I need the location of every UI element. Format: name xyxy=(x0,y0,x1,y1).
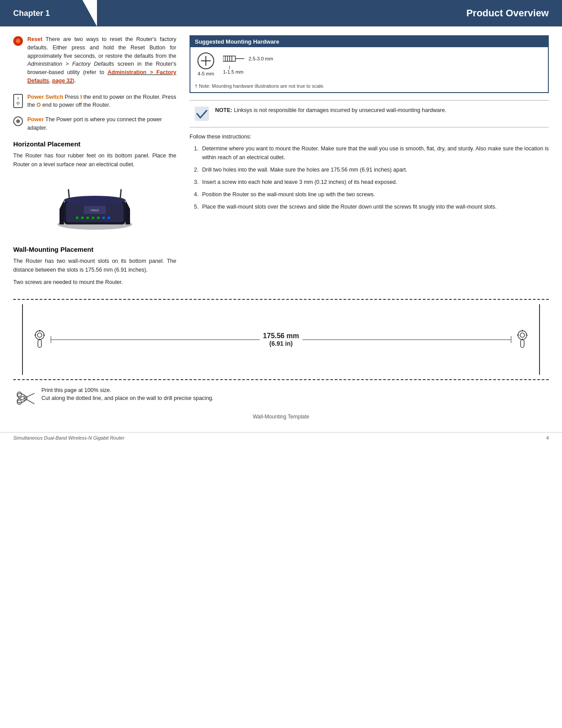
dashed-divider-bottom xyxy=(13,379,549,380)
power-port-icon xyxy=(13,116,23,126)
svg-point-7 xyxy=(86,217,89,219)
reset-body: There are two ways to reset the Router's… xyxy=(27,36,176,84)
svg-point-9 xyxy=(97,217,100,219)
horizontal-placement-heading: Horizontal Placement xyxy=(13,140,176,148)
page-ref-link[interactable]: page 32 xyxy=(52,78,73,84)
note-body: Linksys is not responsible for damages i… xyxy=(234,107,446,113)
dashed-divider-top xyxy=(13,299,549,300)
reset-icon-inner xyxy=(16,39,20,43)
reset-icon xyxy=(13,36,23,46)
svg-line-43 xyxy=(24,398,34,404)
svg-rect-30 xyxy=(38,340,41,347)
power-switch-icon: I O xyxy=(13,94,23,108)
screw-hole-right xyxy=(511,330,533,349)
anchor-size-label: 2.5-3.0 mm xyxy=(249,56,273,61)
right-column: Suggested Mounting Hardware 4-5 mm xyxy=(190,35,549,290)
svg-point-32 xyxy=(520,333,525,337)
footer-device-name: Simultaneous Dual-Band Wireless-N Gigabi… xyxy=(13,435,124,441)
horizontal-placement-text: The Router has four rubber feet on its b… xyxy=(13,151,176,169)
instruction-step-1: 1. Determine where you want to mount the… xyxy=(194,144,549,162)
instruction-step-2: 2. Drill two holes into the wall. Make s… xyxy=(194,165,549,174)
power-switch-section: I O Power Switch Press I the end to powe… xyxy=(13,93,176,110)
print-section: Print this page at 100% size. Cut along … xyxy=(13,387,549,409)
svg-point-5 xyxy=(76,217,78,219)
note-checkmark-icon xyxy=(194,106,210,122)
wall-mounting-text2: Two screws are needed to mount the Route… xyxy=(13,278,176,287)
power-icon-dot xyxy=(16,119,20,123)
mounting-hardware-header: Suggested Mounting Hardware xyxy=(190,36,548,47)
screw-hole-left xyxy=(29,330,51,349)
print-line-2: Cut along the dotted line, and place on … xyxy=(41,395,214,401)
anchor-label: 1-1.5 mm xyxy=(223,69,243,75)
note-text: NOTE: Linksys is not responsible for dam… xyxy=(215,106,447,115)
title-text: Product Overview xyxy=(466,7,549,19)
page-number: 4 xyxy=(546,435,549,441)
power-switch-text: Power Switch Press I the end to power on… xyxy=(27,93,176,110)
wall-mount-template-label: Wall-Mounting Template xyxy=(13,414,549,420)
note-bold: NOTE: xyxy=(215,107,232,113)
mounting-hardware-box: Suggested Mounting Hardware 4-5 mm xyxy=(190,35,549,93)
chapter-label: Chapter 1 xyxy=(0,0,97,26)
svg-point-8 xyxy=(92,217,94,219)
print-line-1: Print this page at 100% size. xyxy=(41,387,214,393)
screw-icon xyxy=(197,52,214,69)
svg-marker-13 xyxy=(126,200,130,224)
instruction-step-3: 3. Insert a screw into each hole and lea… xyxy=(194,178,549,187)
router-image: cisco xyxy=(13,176,176,238)
svg-marker-12 xyxy=(60,200,64,224)
power-section: Power The Power port is where you connec… xyxy=(13,116,176,132)
admin-link[interactable]: Administration > Factory Defaults xyxy=(27,69,176,84)
wall-mounting-heading: Wall-Mounting Placement xyxy=(13,246,176,253)
print-instructions: Print this page at 100% size. Cut along … xyxy=(41,387,214,401)
screw-diagram: 4-5 mm xyxy=(197,52,214,76)
page-footer: Simultaneous Dual-Band Wireless-N Gigabi… xyxy=(0,432,562,443)
note-box: NOTE: Linksys is not responsible for dam… xyxy=(190,100,549,127)
instruction-step-4: 4. Position the Router so the wall-mount… xyxy=(194,190,549,199)
page-title: Product Overview xyxy=(97,0,562,26)
router-svg: cisco xyxy=(51,176,139,238)
template-box: 175.56 mm (6.91 in) xyxy=(22,304,540,375)
svg-point-11 xyxy=(108,217,110,219)
svg-point-25 xyxy=(37,333,42,337)
reset-label: Reset xyxy=(27,36,42,42)
svg-point-6 xyxy=(81,217,84,219)
power-label: Power xyxy=(27,116,44,123)
main-content: Reset There are two ways to reset the Ro… xyxy=(0,26,562,290)
wall-mounting-text1: The Router has two wall-mount slots on i… xyxy=(13,257,176,274)
svg-text:cisco: cisco xyxy=(91,208,99,212)
reset-section: Reset There are two ways to reset the Ro… xyxy=(13,35,176,85)
wall-mount-template-section: 175.56 mm (6.91 in) xyxy=(0,290,562,429)
chapter-text: Chapter 1 xyxy=(13,9,50,18)
screw-label: 4-5 mm xyxy=(197,71,214,76)
svg-point-14 xyxy=(64,196,126,205)
anchor-diagram: 2.5-3.0 mm 1-1.5 mm xyxy=(223,54,273,75)
svg-rect-37 xyxy=(521,340,524,347)
page-header: Chapter 1 Product Overview xyxy=(0,0,562,26)
mounting-note: Note: Mounting hardware illustrations ar… xyxy=(190,82,548,92)
template-content: 175.56 mm (6.91 in) xyxy=(22,304,540,375)
svg-point-10 xyxy=(102,217,105,219)
svg-point-24 xyxy=(35,331,44,340)
mounting-hardware-content: 4-5 mm xyxy=(190,47,548,82)
follow-instructions-intro: Follow these instructions: xyxy=(190,134,549,140)
anchor-icon xyxy=(223,54,245,63)
instruction-step-5: 5. Place the wall-mount slots over the s… xyxy=(194,202,549,211)
power-switch-label: Power Switch xyxy=(27,94,63,100)
reset-text: Reset There are two ways to reset the Ro… xyxy=(27,35,176,85)
left-column: Reset There are two ways to reset the Ro… xyxy=(13,35,176,290)
dimension-text: 175.56 mm (6.91 in) xyxy=(260,332,303,347)
instructions-list: 1. Determine where you want to mount the… xyxy=(190,144,549,211)
scissors-icon xyxy=(13,387,35,409)
power-text: Power The Power port is where you connec… xyxy=(27,116,176,132)
svg-rect-17 xyxy=(223,56,235,61)
svg-point-31 xyxy=(518,331,527,340)
